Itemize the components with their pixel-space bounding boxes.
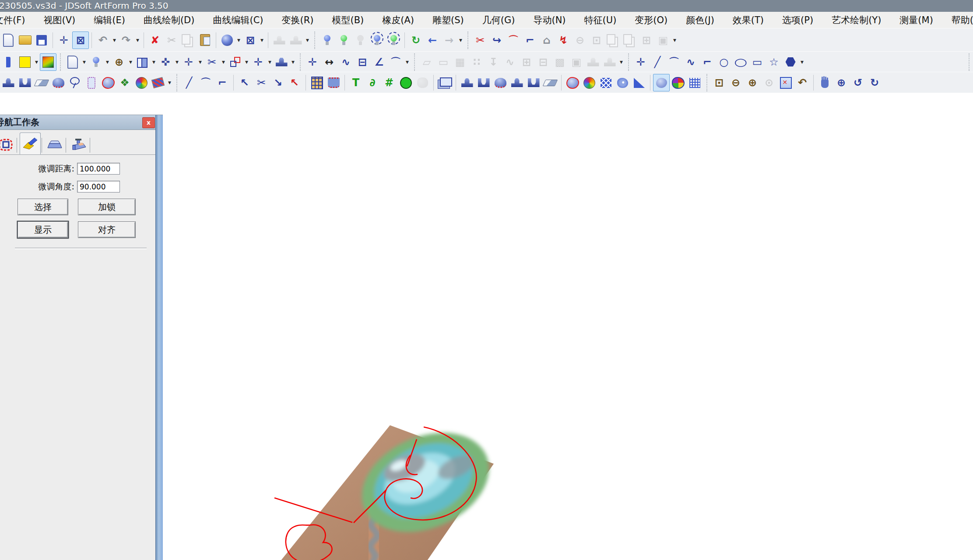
nudge-angle-input[interactable] [77, 181, 120, 192]
delete-button[interactable]: ✘ [147, 32, 163, 49]
hook-tool-button[interactable]: ∂ [364, 74, 381, 91]
menu-item-d[interactable]: 曲线绘制(D) [134, 12, 204, 28]
view-back-button[interactable]: ← [424, 32, 441, 49]
swap-view-button[interactable]: ↻ [407, 32, 424, 49]
nudge-cross-button[interactable]: ✛ [56, 32, 72, 49]
dropdown-arrow-icon[interactable]: ▼ [104, 60, 111, 64]
light-green-boxed-button[interactable] [385, 32, 402, 49]
dropdown-arrow-icon[interactable]: ▼ [33, 60, 40, 64]
region-color-button[interactable] [670, 74, 686, 91]
dropdown-arrow-icon[interactable]: ▼ [290, 60, 296, 64]
dropdown-arrow-icon[interactable]: ▼ [166, 80, 173, 85]
menu-item-e[interactable]: 编辑(E) [84, 12, 134, 28]
fill-tool-button[interactable]: T [348, 74, 364, 91]
menu-item-r[interactable]: 变换(R) [273, 12, 323, 28]
band-select-button[interactable] [325, 74, 342, 91]
toolbar-drag-handle[interactable] [300, 53, 301, 71]
light-blue-boxed-button[interactable] [369, 32, 385, 49]
mirror-copy-button[interactable] [134, 53, 151, 71]
grid-texture-button[interactable] [309, 74, 325, 91]
display-button[interactable]: 显示 [18, 221, 68, 238]
zoom-in-button[interactable]: ⊕ [744, 74, 761, 91]
draw-polygon-button[interactable] [782, 53, 799, 71]
dropdown-arrow-icon[interactable]: ▼ [235, 38, 242, 42]
frame-style-button[interactable]: ⊠ [242, 32, 259, 49]
tab-nudge[interactable] [0, 135, 16, 154]
toolbar-drag-handle[interactable] [467, 32, 468, 49]
menu-item-a[interactable]: 橡皮(A) [373, 12, 423, 28]
node-move-button[interactable]: ↘ [270, 74, 286, 91]
menu-item-p[interactable]: 选项(P) [773, 12, 822, 28]
chamfer-corner-button[interactable]: ⌐ [522, 32, 538, 49]
dropdown-arrow-icon[interactable]: ▼ [220, 60, 227, 64]
toolbar-drag-handle[interactable] [969, 53, 969, 71]
select-frame-button[interactable]: ⊠ [72, 32, 89, 49]
fit-window-button[interactable] [777, 74, 794, 91]
lock-button[interactable]: 加锁 [78, 199, 136, 215]
toolbar-drag-handle[interactable] [706, 74, 707, 91]
toolbar-drag-handle[interactable] [414, 53, 415, 71]
texture-stamp-button[interactable] [150, 74, 166, 91]
blob-outline-button[interactable] [100, 74, 116, 91]
menu-item-t[interactable]: 效果(T) [724, 12, 773, 28]
dropdown-arrow-icon[interactable]: ▼ [457, 38, 464, 42]
draw-star-button[interactable]: ☆ [766, 53, 782, 71]
slope-up-button[interactable] [509, 74, 525, 91]
measure-xyz-button[interactable]: ✛ [304, 53, 321, 71]
ramp-triangle-button[interactable] [631, 74, 647, 91]
move-step-button[interactable]: ✜ [157, 53, 174, 71]
relief-carve-button[interactable] [17, 74, 33, 91]
tab-clamp[interactable] [69, 135, 89, 154]
panel-title-bar[interactable]: 导航工作条 x [0, 115, 163, 130]
new-file-button[interactable] [0, 32, 17, 49]
dropdown-arrow-icon[interactable]: ▼ [404, 60, 411, 64]
menu-item-u[interactable]: 特征(U) [575, 12, 626, 28]
mesh-grid-button[interactable] [686, 74, 703, 91]
mesh-diamond-button[interactable] [597, 74, 614, 91]
measure-arc-button[interactable]: ⌒ [387, 53, 404, 71]
new-surface-button[interactable] [64, 53, 81, 71]
snap-box-button[interactable] [227, 53, 243, 71]
menu-item-h[interactable]: 帮助(H) [942, 12, 973, 28]
model-3d-render[interactable] [263, 415, 503, 560]
clipped-color-button[interactable] [0, 53, 17, 71]
eraser-button[interactable] [542, 74, 559, 91]
panel-resize-edge[interactable] [155, 115, 163, 560]
toolbar-drag-handle[interactable] [60, 53, 61, 71]
draw-circle-button[interactable]: ○ [716, 53, 732, 71]
zoom-dynamic-button[interactable]: ⊕ [833, 74, 850, 91]
grid-green-button[interactable]: # [381, 74, 397, 91]
toolbar-drag-handle[interactable] [176, 74, 177, 91]
menu-item-g[interactable]: 几何(G) [473, 12, 524, 28]
dropdown-arrow-icon[interactable]: ▼ [243, 60, 250, 64]
valley-button[interactable] [475, 74, 492, 91]
curve-arc-button[interactable]: ⌒ [197, 74, 214, 91]
dome-base-button[interactable] [492, 74, 509, 91]
trim-curve-button[interactable]: ↯ [555, 32, 572, 49]
move-xyz-button[interactable]: ✛ [250, 53, 267, 71]
color-sphere-button[interactable] [133, 74, 150, 91]
menu-item-m[interactable]: 测量(M) [890, 12, 942, 28]
material-ball-button[interactable] [219, 32, 235, 49]
origin-cross-button[interactable]: ✛ [180, 53, 197, 71]
extend-curve-button[interactable]: ↪ [488, 32, 505, 49]
draw-spline-button[interactable]: ∿ [682, 53, 699, 71]
zoom-window-button[interactable]: ⊡ [711, 74, 727, 91]
dropdown-arrow-icon[interactable]: ▼ [134, 38, 141, 42]
fillet-corner-button[interactable]: ⌒ [505, 32, 522, 49]
select-button[interactable]: 选择 [18, 199, 68, 215]
swirl-blob-button[interactable] [614, 74, 631, 91]
menu-item-c[interactable]: 曲线编辑(C) [204, 12, 272, 28]
open-file-button[interactable] [17, 32, 33, 49]
layer-box-button[interactable] [436, 74, 453, 91]
dot-green-button[interactable] [397, 74, 414, 91]
menu-item-n[interactable]: 导动(N) [524, 12, 575, 28]
save-button[interactable] [33, 32, 50, 49]
align-button[interactable]: 对齐 [78, 221, 136, 238]
dropdown-arrow-icon[interactable]: ▼ [799, 60, 805, 64]
menu-item-s[interactable]: 雕塑(S) [423, 12, 473, 28]
pan-hand-button[interactable] [816, 74, 833, 91]
curve-line-button[interactable]: ╱ [181, 74, 197, 91]
color-gradient-button[interactable] [40, 53, 56, 71]
blob-region-button[interactable] [564, 74, 581, 91]
